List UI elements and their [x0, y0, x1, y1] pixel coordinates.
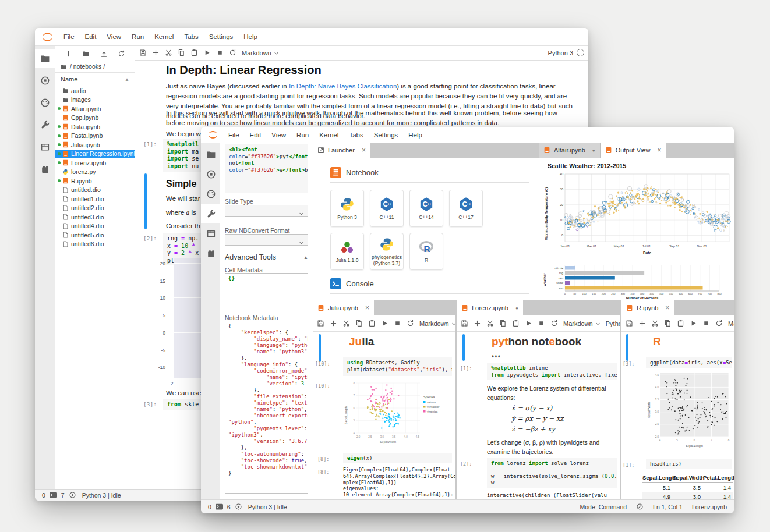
- save-button[interactable]: [317, 320, 324, 327]
- file-item-untitled3-dio[interactable]: untitled3.dio: [55, 212, 135, 222]
- code-cell[interactable]: from lorenz import solve_lorenz w = inte…: [487, 458, 617, 488]
- cell-type-dropdown[interactable]: Markdown: [419, 320, 455, 327]
- file-item-untitled1-dio[interactable]: untitled1.dio: [55, 194, 135, 204]
- restart-kernel-button[interactable]: [550, 320, 558, 327]
- kernel-status-text[interactable]: Python 3 | Idle: [82, 492, 121, 499]
- launcher-card-c-14[interactable]: C++C++14: [409, 190, 443, 227]
- nbconvert-format-select[interactable]: [225, 234, 308, 246]
- file-item-r-ipynb[interactable]: R.ipynb: [55, 176, 135, 186]
- save-button[interactable]: [461, 320, 468, 327]
- sidebar-item-running[interactable]: [201, 165, 220, 183]
- sidebar-item-inspector[interactable]: [35, 115, 55, 134]
- notebook-metadata-editor[interactable]: { "kernelspec": { "display_name": "Pytho…: [225, 321, 308, 494]
- restart-kernel-button[interactable]: [229, 49, 236, 56]
- file-item-julia-ipynb[interactable]: Julia.ipynb: [55, 140, 135, 150]
- add-cell-button[interactable]: [474, 320, 481, 327]
- paste-cell-button[interactable]: [512, 320, 520, 327]
- file-item-cpp-ipynb[interactable]: Cpp.ipynb: [55, 114, 135, 123]
- stop-button[interactable]: [394, 320, 401, 327]
- file-item-untitled4-dio[interactable]: untitled4.dio: [55, 222, 135, 231]
- markdown-source-cell[interactable]: <h1><font color="#f37626">pyt</font>hon …: [225, 144, 308, 193]
- sidebar-item-commands[interactable]: [35, 93, 55, 112]
- copy-cell-button[interactable]: [355, 320, 363, 327]
- tab-julia[interactable]: Julia.ipynb ×: [313, 300, 374, 315]
- save-button[interactable]: [139, 49, 147, 56]
- menu-file[interactable]: File: [223, 132, 245, 139]
- slide-type-select[interactable]: [225, 205, 308, 217]
- file-item-untitled-dio[interactable]: untitled.dio: [55, 186, 135, 195]
- advanced-tools-header[interactable]: Advanced Tools▲: [225, 253, 308, 261]
- file-item-lorenz-py[interactable]: lorenz.py: [55, 168, 135, 177]
- sidebar-item-running[interactable]: [35, 71, 55, 90]
- close-icon[interactable]: ×: [665, 304, 669, 312]
- menu-tabs[interactable]: Tabs: [344, 132, 368, 139]
- notification-icon[interactable]: [636, 503, 644, 510]
- file-item-untitled5-dio[interactable]: untitled5.dio: [55, 230, 135, 240]
- sidebar-item-extensions[interactable]: [35, 159, 55, 178]
- stop-button[interactable]: [702, 320, 710, 327]
- cut-cell-button[interactable]: [165, 49, 172, 56]
- launcher-card-c-11[interactable]: C++C++11: [370, 190, 404, 227]
- sidebar-item-tabs[interactable]: [35, 137, 55, 156]
- close-icon[interactable]: ×: [657, 146, 661, 154]
- code-cell[interactable]: eigen(x): [343, 453, 452, 463]
- breadcrumb[interactable]: / notebooks /: [55, 61, 135, 72]
- cut-cell-button[interactable]: [651, 320, 659, 327]
- menu-file[interactable]: File: [58, 33, 80, 40]
- cell-type-dropdown[interactable]: Markdown: [242, 49, 279, 56]
- restart-kernel-button[interactable]: [407, 320, 414, 327]
- tab-altair[interactable]: Altair.ipynb ●: [539, 143, 601, 158]
- cell-type-dropdown[interactable]: Markdown: [728, 320, 734, 327]
- add-cell-button[interactable]: [638, 320, 646, 327]
- tab-launcher[interactable]: Launcher ×: [313, 143, 370, 158]
- launcher-card-julia-1-1-0[interactable]: Julia 1.1.0: [330, 233, 364, 270]
- menu-view[interactable]: View: [101, 33, 126, 40]
- upload-button[interactable]: [100, 49, 108, 57]
- cell-type-dropdown[interactable]: Markdown: [563, 320, 601, 327]
- launcher-card-r[interactable]: RR: [409, 233, 443, 270]
- menu-run[interactable]: Run: [126, 33, 149, 40]
- menu-run[interactable]: Run: [291, 132, 314, 139]
- launcher-card-phylogenetics[interactable]: phylogenetics (Python 3.7): [370, 233, 404, 270]
- add-cell-button[interactable]: [330, 320, 337, 327]
- add-cell-button[interactable]: [152, 49, 160, 56]
- copy-cell-button[interactable]: [499, 320, 507, 327]
- file-list-header[interactable]: Name ▲: [55, 72, 135, 86]
- running-sessions-status[interactable]: 0 6: [208, 503, 242, 510]
- file-item-lorenz-ipynb[interactable]: Lorenz.ipynb: [55, 158, 135, 168]
- file-item-images[interactable]: images: [55, 95, 135, 105]
- code-cell[interactable]: %matplotlib inline from ipywidgets impor…: [487, 363, 617, 380]
- sidebar-item-tabs[interactable]: [201, 224, 220, 243]
- menu-settings[interactable]: Settings: [204, 33, 239, 40]
- mode-indicator[interactable]: Mode: Command: [580, 503, 627, 510]
- menu-help[interactable]: Help: [238, 33, 263, 40]
- file-item-linear-regression-ipynb[interactable]: Linear Regression.ipynb: [55, 150, 135, 159]
- menu-tabs[interactable]: Tabs: [179, 33, 203, 40]
- menu-edit[interactable]: Edit: [245, 132, 267, 139]
- kernel-name[interactable]: Python 3: [548, 49, 573, 56]
- close-icon[interactable]: ×: [362, 146, 366, 154]
- file-item-data-ipynb[interactable]: Data.ipynb: [55, 122, 135, 132]
- code-cell[interactable]: using RDatasets, Gadfly plot(dataset("da…: [343, 357, 452, 376]
- cell-metadata-editor[interactable]: {}: [225, 273, 308, 304]
- refresh-button[interactable]: [118, 49, 125, 57]
- tab-lorenz[interactable]: Lorenz.ipynb ●: [457, 300, 523, 315]
- tab-output-view[interactable]: Output View ×: [601, 143, 666, 158]
- new-launcher-button[interactable]: [65, 49, 72, 57]
- run-button[interactable]: [203, 49, 211, 56]
- code-cell[interactable]: head(iris): [646, 459, 732, 469]
- launcher-card-c-17[interactable]: C++C++17: [449, 190, 483, 227]
- sidebar-item-inspector[interactable]: [201, 204, 220, 223]
- save-button[interactable]: [626, 320, 633, 327]
- sidebar-item-commands[interactable]: [201, 185, 220, 203]
- paste-cell-button[interactable]: [677, 320, 684, 327]
- sidebar-item-extensions[interactable]: [201, 244, 220, 263]
- run-button[interactable]: [690, 320, 697, 327]
- new-folder-button[interactable]: [82, 49, 90, 57]
- file-item-untitled6-dio[interactable]: untitled6.dio: [55, 240, 135, 249]
- paste-cell-button[interactable]: [190, 49, 198, 56]
- sidebar-item-files[interactable]: [35, 49, 55, 68]
- cut-cell-button[interactable]: [486, 320, 494, 327]
- menu-settings[interactable]: Settings: [369, 132, 404, 139]
- code-cell[interactable]: ggplot(data=iris, aes(x=Sepal.Len: [646, 357, 732, 368]
